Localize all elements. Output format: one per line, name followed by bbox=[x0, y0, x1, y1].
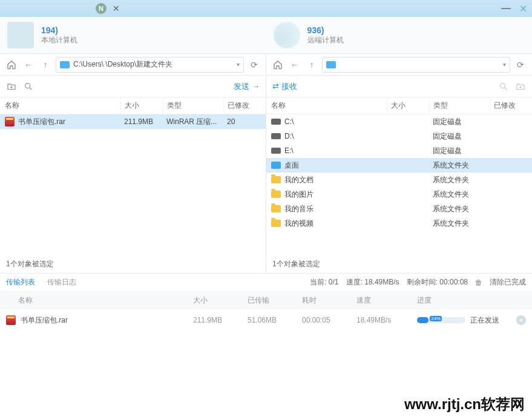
file-size: 211.9MB bbox=[120, 117, 163, 126]
chevron-down-icon[interactable]: ▾ bbox=[503, 61, 506, 68]
local-path-text: C:\Users\ \Desktop\新建文件夹 bbox=[73, 59, 172, 70]
clear-completed[interactable]: 清除已完成 bbox=[490, 277, 526, 287]
file-name: 我的视频 bbox=[284, 218, 314, 229]
remote-path-input[interactable]: ▾ bbox=[322, 57, 510, 73]
table-row[interactable]: C:\固定磁盘 bbox=[266, 114, 532, 129]
close-icon[interactable]: ✕ bbox=[519, 3, 527, 15]
tab-transfer-queue[interactable]: 传输列表 bbox=[6, 277, 35, 287]
folder-icon bbox=[271, 205, 281, 212]
refresh-icon[interactable]: ⟳ bbox=[514, 58, 527, 71]
table-row[interactable]: 我的音乐系统文件夹 bbox=[266, 202, 532, 216]
home-icon[interactable] bbox=[5, 58, 18, 71]
remote-nav: ← ↑ ▾ ⟳ bbox=[266, 54, 532, 76]
search-icon[interactable] bbox=[498, 81, 509, 92]
local-tools bbox=[6, 81, 34, 92]
transfer-size: 211.9MB bbox=[193, 316, 248, 324]
th-size: 大小 bbox=[193, 295, 248, 306]
th-speed: 速度 bbox=[356, 295, 417, 306]
panels: ← ↑ C:\Users\ \Desktop\新建文件夹 ▾ ⟳ 发送 → 名称 bbox=[0, 53, 532, 273]
search-icon[interactable] bbox=[23, 81, 34, 92]
file-type: 固定磁盘 bbox=[429, 131, 490, 142]
table-row[interactable]: D:\固定磁盘 bbox=[266, 129, 532, 143]
transfer-elapsed: 00:00:05 bbox=[302, 316, 356, 324]
col-size[interactable]: 大小 bbox=[387, 97, 429, 114]
remote-id: 936) bbox=[307, 25, 344, 35]
folder-icon bbox=[271, 220, 281, 227]
local-file-header: 名称 大小 类型 已修改 bbox=[0, 97, 266, 114]
file-name: D:\ bbox=[284, 132, 294, 140]
file-type: 固定磁盘 bbox=[429, 146, 490, 156]
remote-rows: C:\固定磁盘D:\固定磁盘E:\固定磁盘桌面系统文件夹我的文档系统文件夹我的图… bbox=[266, 114, 532, 231]
folder-icon bbox=[271, 191, 281, 198]
file-name: 桌面 bbox=[284, 160, 299, 171]
up-icon[interactable]: ↑ bbox=[305, 58, 318, 71]
remote-file-header: 名称 大小 类型 已修改 bbox=[266, 97, 532, 114]
file-modified: 20 bbox=[223, 117, 266, 126]
monitor-icon bbox=[60, 61, 70, 68]
home-icon[interactable] bbox=[271, 58, 284, 71]
transfer-row[interactable]: 书单压缩包.rar 211.9MB 51.06MB 00:00:05 18.49… bbox=[0, 309, 532, 331]
col-name[interactable]: 名称 bbox=[0, 100, 120, 111]
remote-receive: ⇄ 接收 bbox=[272, 81, 297, 92]
new-folder-icon[interactable] bbox=[6, 81, 17, 92]
title-left: N ✕ bbox=[5, 3, 120, 14]
refresh-icon[interactable]: ⟳ bbox=[248, 58, 261, 71]
table-row[interactable]: E:\固定磁盘 bbox=[266, 143, 532, 158]
tab-transfer-log[interactable]: 传输日志 bbox=[47, 277, 76, 287]
titlebar: N ✕ — ✕ bbox=[0, 0, 532, 17]
local-computer: 194) 本地计算机 bbox=[0, 17, 266, 53]
up-icon[interactable]: ↑ bbox=[39, 58, 52, 71]
col-type[interactable]: 类型 bbox=[163, 97, 223, 114]
svg-point-0 bbox=[25, 83, 30, 88]
remote-panel: ← ↑ ▾ ⟳ ⇄ 接收 名称 大小 类型 已修改 bbox=[266, 54, 532, 273]
file-name: 我的音乐 bbox=[284, 204, 314, 214]
chevron-down-icon[interactable]: ▾ bbox=[237, 61, 240, 68]
drive-icon bbox=[271, 148, 281, 154]
transfer-status-text: 正在发送 bbox=[470, 315, 499, 326]
transfer-stats: 当前: 0/1 速度: 18.49MB/s 剩余时间: 00:00:08 🗑 清… bbox=[310, 277, 526, 287]
file-name: 我的文档 bbox=[284, 175, 314, 185]
table-row[interactable]: 桌面系统文件夹 bbox=[266, 158, 532, 172]
transfer-speed: 18.49MB/s bbox=[356, 316, 417, 324]
file-name: E:\ bbox=[284, 146, 294, 155]
send-button[interactable]: 发送 → bbox=[234, 81, 260, 92]
file-type: 系统文件夹 bbox=[429, 218, 490, 229]
new-folder-icon[interactable] bbox=[515, 81, 526, 92]
drive-icon bbox=[271, 119, 281, 125]
file-name: 书单压缩包.rar bbox=[18, 117, 65, 127]
cancel-icon[interactable]: ✕ bbox=[516, 315, 526, 325]
table-row[interactable]: 我的文档系统文件夹 bbox=[266, 172, 532, 187]
table-row[interactable]: 书单压缩包.rar211.9MBWinRAR 压缩...20 bbox=[0, 114, 266, 129]
progress-bar: 24% bbox=[417, 317, 465, 323]
col-type[interactable]: 类型 bbox=[429, 97, 490, 114]
trash-icon[interactable]: 🗑 bbox=[475, 278, 482, 287]
monitor-icon bbox=[326, 61, 336, 68]
col-modified[interactable]: 已修改 bbox=[223, 97, 266, 114]
remote-action-bar: ⇄ 接收 bbox=[266, 76, 532, 97]
local-file-area: 名称 大小 类型 已修改 书单压缩包.rar211.9MBWinRAR 压缩..… bbox=[0, 97, 266, 255]
local-path-input[interactable]: C:\Users\ \Desktop\新建文件夹 ▾ bbox=[56, 57, 244, 73]
th-elapsed: 耗时 bbox=[302, 295, 356, 306]
th-progress: 进度 bbox=[417, 295, 526, 306]
table-row[interactable]: 我的图片系统文件夹 bbox=[266, 187, 532, 202]
tab-close-icon[interactable]: ✕ bbox=[113, 4, 120, 13]
col-name[interactable]: 名称 bbox=[266, 100, 387, 111]
title-controls: — ✕ bbox=[501, 3, 527, 15]
receive-button[interactable]: ⇄ 接收 bbox=[272, 81, 297, 92]
back-icon[interactable]: ← bbox=[22, 58, 35, 71]
local-send: 发送 → bbox=[234, 81, 260, 92]
svg-point-1 bbox=[501, 83, 505, 88]
col-modified[interactable]: 已修改 bbox=[490, 97, 532, 114]
file-type: WinRAR 压缩... bbox=[163, 117, 223, 127]
table-row[interactable]: 我的视频系统文件夹 bbox=[266, 216, 532, 231]
minimize-icon[interactable]: — bbox=[501, 3, 511, 15]
rar-icon bbox=[6, 315, 16, 325]
remote-label: 远端计算机 bbox=[307, 35, 344, 45]
local-panel: ← ↑ C:\Users\ \Desktop\新建文件夹 ▾ ⟳ 发送 → 名称 bbox=[0, 54, 266, 273]
remote-computer: 936) 远端计算机 bbox=[266, 17, 533, 53]
rar-icon bbox=[5, 117, 15, 126]
back-icon[interactable]: ← bbox=[288, 58, 301, 71]
watermark: www.rjtj.cn软荐网 bbox=[404, 395, 525, 414]
transfer-done: 51.06MB bbox=[248, 316, 302, 324]
col-size[interactable]: 大小 bbox=[120, 97, 163, 114]
